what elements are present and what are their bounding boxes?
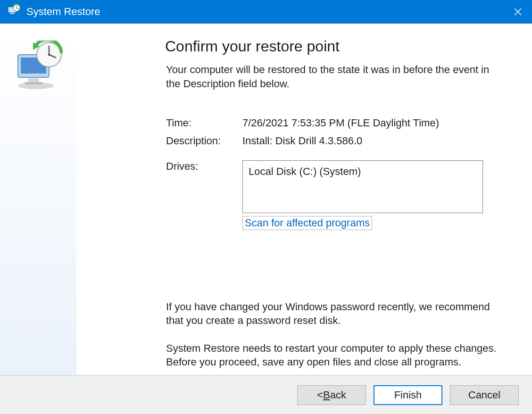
back-button[interactable]: < Back	[297, 385, 366, 405]
drives-row: Drives: Local Disk (C:) (System) Scan fo…	[166, 160, 504, 230]
time-label: Time:	[166, 117, 242, 129]
close-icon	[514, 8, 522, 16]
page-lead-text: Your computer will be restored to the st…	[166, 63, 496, 91]
scan-affected-programs-link[interactable]: Scan for affected programs	[242, 216, 372, 230]
description-value: Install: Disk Drill 4.3.586.0	[242, 135, 504, 147]
finish-button[interactable]: Finish	[374, 385, 442, 405]
drives-label: Drives:	[166, 160, 242, 173]
wizard-content: Confirm your restore point Your computer…	[76, 24, 532, 375]
wizard-sidebar	[0, 24, 76, 375]
drives-listbox[interactable]: Local Disk (C:) (System)	[242, 160, 483, 213]
svg-rect-10	[25, 82, 42, 84]
svg-rect-9	[28, 78, 39, 82]
time-row: Time: 7/26/2021 7:53:35 PM (FLE Daylight…	[166, 117, 504, 129]
svg-rect-1	[10, 13, 14, 14]
restart-note: System Restore needs to restart your com…	[166, 341, 504, 369]
system-restore-illustration-icon	[12, 41, 64, 375]
time-value: 7/26/2021 7:53:35 PM (FLE Daylight Time)	[242, 117, 504, 129]
cancel-button[interactable]: Cancel	[450, 385, 519, 405]
title-bar: System Restore	[0, 0, 532, 24]
description-label: Description:	[166, 135, 242, 147]
description-row: Description: Install: Disk Drill 4.3.586…	[166, 135, 504, 147]
wizard-footer: < Back Finish Cancel	[0, 375, 532, 414]
drives-item: Local Disk (C:) (System)	[249, 166, 361, 177]
close-button[interactable]	[504, 0, 532, 24]
wizard-body: Confirm your restore point Your computer…	[0, 24, 532, 375]
page-heading: Confirm your restore point	[165, 38, 504, 55]
window-title: System Restore	[26, 6, 100, 18]
system-restore-icon	[8, 4, 21, 20]
password-note: If you have changed your Windows passwor…	[166, 300, 504, 327]
